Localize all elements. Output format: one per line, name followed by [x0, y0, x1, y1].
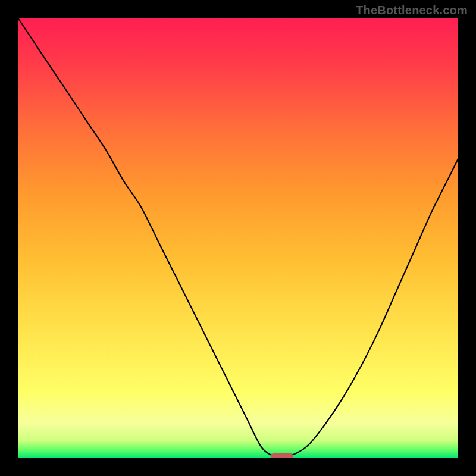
- watermark-text: TheBottleneck.com: [356, 4, 468, 17]
- plot-area: [18, 18, 458, 458]
- optimal-point-marker: [271, 453, 293, 458]
- bottleneck-curve-chart: [18, 18, 458, 458]
- chart-container: TheBottleneck.com: [0, 0, 476, 476]
- gradient-background: [18, 18, 458, 458]
